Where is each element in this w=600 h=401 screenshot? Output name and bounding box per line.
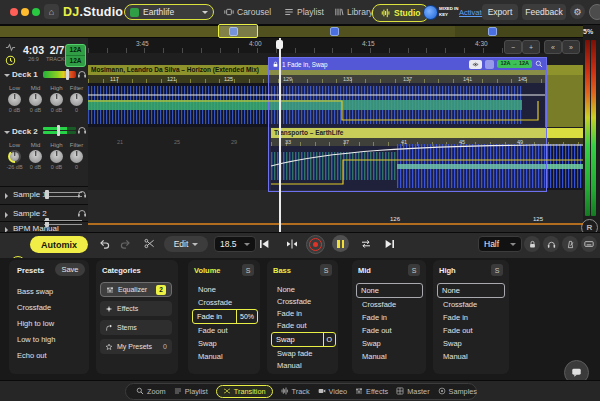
bpm-value[interactable]: 125 — [533, 216, 543, 222]
high-option[interactable]: Crossfade — [443, 301, 477, 309]
deck2-low-knob[interactable]: Low -26 dB — [4, 142, 25, 171]
volume-option[interactable]: Manual — [198, 353, 223, 361]
deck1-mid-knob[interactable]: Mid 0 dB — [25, 85, 46, 114]
master-volume-knob[interactable] — [589, 4, 600, 20]
knob-dial[interactable] — [70, 150, 83, 163]
jump-to-playhead-icon[interactable] — [286, 238, 298, 250]
playhead-handle[interactable] — [276, 40, 283, 49]
redo-icon[interactable] — [120, 238, 132, 250]
bass-option-selected[interactable]: Swap O — [271, 332, 336, 347]
tab-samples[interactable]: Samples — [438, 387, 477, 396]
sample1-headphones-icon[interactable] — [77, 189, 87, 199]
high-solo-button[interactable]: S — [491, 264, 503, 276]
mid-option-selected[interactable]: None — [356, 283, 423, 298]
category-equalizer[interactable]: Equalizer 2 — [100, 282, 172, 297]
headphone-cue-button[interactable] — [543, 236, 559, 252]
high-option-selected[interactable]: None — [437, 283, 505, 298]
tab-zoom[interactable]: Zoom — [136, 387, 166, 396]
mid-option[interactable]: Swap — [362, 340, 381, 348]
export-button[interactable]: Export — [482, 4, 518, 20]
automix-button[interactable]: Automix — [30, 236, 88, 253]
category-stems[interactable]: Stems — [100, 320, 172, 335]
preset-item[interactable]: Bass swap — [17, 288, 53, 296]
volume-option-selected[interactable]: Fade in 50% — [192, 309, 258, 324]
volume-option[interactable]: None — [198, 286, 216, 294]
bass-option[interactable]: Fade in — [277, 310, 302, 318]
high-option[interactable]: Manual — [443, 353, 468, 361]
transition-length-select[interactable]: 18.5 — [214, 236, 256, 252]
mid-option[interactable]: Fade in — [362, 314, 387, 322]
deck2-volume-meter[interactable] — [43, 127, 76, 134]
cut-scissors-icon[interactable] — [144, 238, 155, 249]
feedback-button[interactable]: Feedback — [522, 4, 566, 20]
tab-transition[interactable]: Transition — [216, 385, 273, 398]
nav-playlist[interactable]: Playlist — [284, 7, 324, 17]
pause-button[interactable] — [332, 235, 349, 252]
window-minimize-button[interactable] — [21, 8, 29, 16]
sync-lock-button[interactable] — [524, 236, 540, 252]
overview-transition-marker[interactable] — [330, 27, 339, 36]
sample2-headphones-icon[interactable] — [77, 208, 87, 218]
bass-solo-button[interactable]: S — [320, 264, 332, 276]
sample1-expand-chevron-icon[interactable] — [5, 193, 8, 199]
deck2-mid-knob[interactable]: Mid 0 dB — [25, 142, 46, 171]
bass-option[interactable]: Manual — [277, 362, 302, 370]
nav-studio[interactable]: Studio — [372, 4, 429, 22]
preset-item[interactable]: Echo out — [17, 352, 47, 360]
bass-option[interactable]: Swap fade — [277, 350, 312, 358]
nav-library[interactable]: Library — [334, 7, 373, 17]
bpm-value[interactable]: 126 — [390, 216, 400, 222]
bass-option[interactable]: None — [277, 286, 295, 294]
deck1-cue-headphones-icon[interactable] — [77, 69, 87, 79]
knob-dial[interactable] — [29, 93, 42, 106]
volume-option[interactable]: Swap — [198, 340, 217, 348]
timeline-seek-forward-button[interactable]: » — [562, 40, 580, 54]
save-preset-button[interactable]: Save — [55, 263, 85, 276]
bass-option-value[interactable]: O — [323, 333, 335, 346]
magnifier-icon[interactable] — [535, 60, 543, 68]
mid-option[interactable]: Manual — [362, 353, 387, 361]
settings-button[interactable]: ⚙ — [570, 4, 585, 19]
high-option[interactable]: Swap — [443, 340, 462, 348]
transition-visibility-button[interactable] — [469, 60, 482, 69]
knob-dial[interactable] — [8, 93, 21, 106]
timeline-lower-area[interactable] — [88, 190, 583, 232]
tab-playlist[interactable]: Playlist — [174, 387, 208, 396]
deck1-volume-handle[interactable] — [66, 69, 69, 80]
edit-menu-button[interactable]: Edit — [164, 236, 208, 252]
loop-icon[interactable] — [360, 238, 372, 250]
playhead[interactable] — [279, 38, 281, 232]
deck2-cue-headphones-icon[interactable] — [77, 125, 87, 135]
volume-solo-button[interactable]: S — [242, 264, 254, 276]
skip-back-icon[interactable] — [258, 238, 270, 250]
mid-solo-button[interactable]: S — [408, 264, 420, 276]
knob-dial[interactable] — [50, 93, 63, 106]
timeline-zoom-out-button[interactable]: − — [504, 40, 522, 54]
deck1-outro-region[interactable] — [545, 75, 583, 127]
project-select[interactable]: Earthlife — [124, 4, 214, 20]
knob-dial[interactable] — [29, 150, 42, 163]
record-button[interactable] — [306, 235, 325, 254]
metronome-button[interactable] — [562, 236, 578, 252]
preset-item[interactable]: Crossfade — [17, 304, 51, 312]
window-zoom-button[interactable] — [32, 8, 40, 16]
playback-speed-select[interactable]: Half — [478, 236, 522, 252]
transition-header[interactable]: 1 Fade in, Swap 12A → 12A — [269, 58, 546, 70]
deck2-high-knob[interactable]: High 0 dB — [46, 142, 67, 171]
deck1-filter-knob[interactable]: Filter 0 — [66, 85, 87, 114]
sample2-expand-chevron-icon[interactable] — [5, 212, 8, 218]
mid-option[interactable]: Crossfade — [362, 301, 396, 309]
knob-dial[interactable] — [70, 93, 83, 106]
tab-master[interactable]: Master — [396, 387, 429, 396]
undo-icon[interactable] — [98, 238, 110, 250]
mid-option[interactable]: Fade out — [362, 327, 392, 335]
timeline-zoom-in-button[interactable]: + — [522, 40, 540, 54]
high-option[interactable]: Fade in — [443, 314, 468, 322]
deck1-volume-meter[interactable] — [43, 71, 76, 78]
tab-video[interactable]: Video — [318, 387, 348, 396]
skip-forward-icon[interactable] — [384, 238, 396, 250]
deck1-collapse-chevron-icon[interactable] — [4, 74, 10, 77]
timeline-seek-back-button[interactable]: « — [544, 40, 562, 54]
window-close-button[interactable] — [10, 8, 18, 16]
category-my-presets[interactable]: My Presets 0 — [100, 339, 172, 354]
